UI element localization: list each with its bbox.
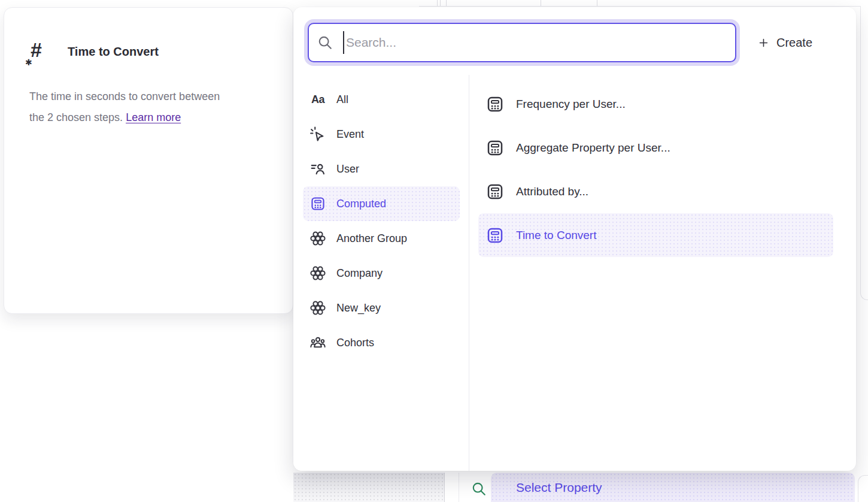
tooltip-title: Time to Convert (68, 45, 159, 59)
category-cohorts[interactable]: Cohorts (303, 325, 460, 360)
group-cluster-icon (310, 265, 326, 281)
background-divider-line (444, 473, 445, 502)
property-picker-dropdown: Create Aa All Event User Computed An (293, 7, 856, 471)
category-label: Cohorts (336, 337, 374, 349)
category-label: Event (336, 128, 364, 141)
text-aa-icon: Aa (310, 92, 326, 107)
tooltip-description: The time in seconds to convert between t… (29, 86, 269, 128)
hash-numeric-icon: # ✱ (26, 38, 50, 65)
screen: Select Property # ✱ Time to Convert The … (0, 0, 868, 502)
category-event[interactable]: Event (303, 117, 460, 152)
category-label: Company (336, 267, 383, 280)
category-another-group[interactable]: Another Group (303, 221, 460, 256)
tooltip-header: # ✱ Time to Convert (26, 38, 159, 65)
search-icon (317, 35, 333, 50)
result-label: Attributed by... (516, 185, 588, 198)
search-box[interactable] (308, 23, 736, 62)
property-tooltip-card: # ✱ Time to Convert The time in seconds … (4, 7, 293, 314)
category-label: Computed (336, 198, 386, 210)
calculator-icon (486, 226, 504, 244)
description-line-1: The time in seconds to convert between (29, 90, 220, 102)
category-label: New_key (336, 302, 381, 314)
result-frequency-per-user[interactable]: Frequency per User... (478, 82, 833, 126)
calculator-icon (310, 196, 326, 211)
user-list-icon (310, 161, 326, 177)
picker-divider (469, 75, 469, 471)
learn-more-link[interactable]: Learn more (126, 111, 181, 123)
hash-glyph: # (31, 37, 42, 63)
category-company[interactable]: Company (303, 256, 460, 291)
background-step-block (293, 473, 444, 502)
result-list: Frequency per User... Aggregate Property… (478, 82, 833, 257)
description-line-2: the 2 chosen steps. (29, 111, 123, 123)
category-label: Another Group (336, 232, 407, 245)
result-attributed-by[interactable]: Attributed by... (478, 170, 833, 213)
category-all[interactable]: Aa All (303, 82, 460, 117)
result-label: Frequency per User... (516, 98, 626, 111)
background-card-top-border (419, 6, 860, 7)
background-divider-line (440, 0, 441, 6)
calculator-icon (486, 183, 504, 201)
group-cluster-icon (310, 231, 326, 246)
create-button-label: Create (776, 36, 812, 50)
background-divider-line (541, 0, 541, 6)
background-divider-line (459, 473, 459, 502)
category-label: User (336, 163, 359, 176)
background-card-edge (860, 6, 868, 300)
category-list: Aa All Event User Computed Another Group (303, 82, 460, 360)
category-label: All (336, 93, 348, 106)
background-divider-line (446, 0, 447, 6)
select-property-label: Select Property (516, 480, 602, 495)
result-label: Aggregate Property per User... (516, 141, 670, 155)
result-time-to-convert[interactable]: Time to Convert (478, 213, 833, 257)
create-button[interactable]: Create (758, 29, 812, 56)
cohort-people-icon (310, 335, 326, 350)
select-property-field[interactable]: Select Property (491, 473, 855, 502)
category-new-key[interactable]: New_key (303, 291, 460, 325)
background-divider-line (597, 0, 597, 6)
calculator-icon (486, 139, 504, 157)
plus-icon (758, 37, 769, 49)
background-divider-line (437, 0, 438, 6)
star-glyph: ✱ (25, 58, 32, 67)
group-cluster-icon (310, 300, 326, 316)
result-aggregate-property-per-user[interactable]: Aggregate Property per User... (478, 126, 833, 170)
category-user[interactable]: User (303, 152, 460, 186)
background-card-corner (858, 475, 868, 502)
calculator-icon (486, 95, 504, 113)
result-label: Time to Convert (516, 229, 596, 242)
search-input[interactable] (344, 35, 735, 50)
cursor-click-icon (310, 126, 326, 142)
property-search-icon (471, 481, 487, 497)
category-computed[interactable]: Computed (303, 186, 460, 221)
